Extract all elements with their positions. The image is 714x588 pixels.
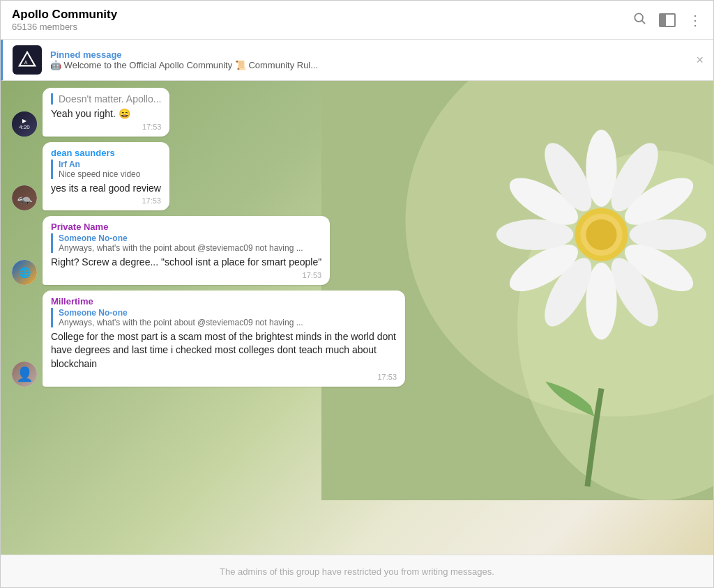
- message-time: 17:53: [303, 271, 322, 279]
- message-footer: 17:53: [51, 123, 161, 131]
- bottom-bar: The admins of this group have restricted…: [1, 555, 713, 587]
- message-row: 🌐 Private Name Someone No-one Anyways, w…: [12, 216, 702, 285]
- quoted-author: Irf An: [59, 160, 161, 169]
- pinned-content: Pinned message 🤖 Welcome to the Official…: [50, 49, 689, 70]
- sender-name: Millertime: [51, 296, 397, 307]
- header-left: Apollo Community 65136 members: [12, 8, 632, 32]
- pinned-text: 🤖 Welcome to the Official Apollo Communi…: [50, 60, 469, 70]
- pinned-message-bar[interactable]: A Pinned message 🤖 Welcome to the Offici…: [1, 40, 713, 81]
- message-text: Right? Screw a degree... "school isnt a …: [51, 256, 321, 270]
- avatar-image: 🌐: [12, 260, 37, 285]
- search-icon[interactable]: [632, 11, 646, 29]
- sender-name: dean saunders: [51, 148, 161, 158]
- quoted-block: Someone No-one Anyways, what's with the …: [51, 233, 321, 253]
- header: Apollo Community 65136 members ⋮: [1, 1, 713, 40]
- quoted-block: Someone No-one Anyways, what's with the …: [51, 308, 397, 327]
- member-count: 65136 members: [12, 22, 632, 32]
- avatar: ▶4:20: [12, 111, 37, 137]
- avatar: 🦡: [12, 185, 37, 210]
- chat-area: ▶4:20 Doesn't matter. Apollo... Yeah you…: [1, 81, 713, 555]
- pinned-logo: A: [13, 45, 42, 75]
- more-menu-icon[interactable]: ⋮: [688, 12, 702, 29]
- header-icons: ⋮: [632, 11, 702, 29]
- message-time: 17:53: [377, 373, 397, 381]
- pinned-close-button[interactable]: ×: [696, 53, 704, 68]
- restricted-message: The admins of this group have restricted…: [220, 566, 494, 577]
- message-row: 👤 Millertime Someone No-one Anyways, wha…: [12, 291, 702, 387]
- message-time: 17:53: [142, 123, 162, 131]
- quoted-text: Nice speed nice video: [59, 169, 161, 179]
- sender-name: Private Name: [51, 222, 321, 232]
- message-bubble: Doesn't matter. Apollo... Yeah you right…: [43, 88, 169, 137]
- message-time: 17:53: [142, 196, 161, 205]
- avatar-image: 🦡: [12, 185, 37, 210]
- avatar: 👤: [12, 362, 37, 387]
- quoted-doesnt-matter: Doesn't matter. Apollo...: [51, 93, 161, 105]
- message-bubble: dean saunders Irf An Nice speed nice vid…: [43, 142, 169, 211]
- message-footer: 17:53: [51, 196, 161, 205]
- message-bubble: Private Name Someone No-one Anyways, wha…: [43, 216, 330, 285]
- quoted-text: Anyways, what's with the point about @st…: [59, 318, 397, 327]
- quoted-author: Someone No-one: [59, 233, 321, 243]
- avatar: 🌐: [12, 260, 37, 285]
- message-row: 🦡 dean saunders Irf An Nice speed nice v…: [12, 142, 702, 211]
- message-row: ▶4:20 Doesn't matter. Apollo... Yeah you…: [12, 88, 702, 137]
- chat-title: Apollo Community: [12, 8, 632, 22]
- message-footer: 17:53: [51, 373, 397, 381]
- quoted-text: Anyways, what's with the point about @st…: [59, 243, 321, 253]
- pinned-label: Pinned message: [50, 49, 689, 60]
- chat-messages: ▶4:20 Doesn't matter. Apollo... Yeah you…: [1, 81, 713, 394]
- svg-line-1: [642, 21, 645, 24]
- message-text: yes its a real good review: [51, 182, 161, 196]
- quoted-block: Irf An Nice speed nice video: [51, 160, 161, 179]
- message-text: College for the most part is a scam most…: [51, 330, 397, 371]
- message-text: Yeah you right. 😄: [51, 107, 161, 121]
- svg-text:A: A: [24, 60, 28, 65]
- message-footer: 17:53: [51, 271, 321, 279]
- avatar-image: 👤: [12, 362, 37, 387]
- app-container: Apollo Community 65136 members ⋮ A: [0, 0, 714, 588]
- quoted-author: Someone No-one: [59, 308, 397, 318]
- message-bubble: Millertime Someone No-one Anyways, what'…: [43, 291, 405, 387]
- panel-icon[interactable]: [659, 13, 676, 27]
